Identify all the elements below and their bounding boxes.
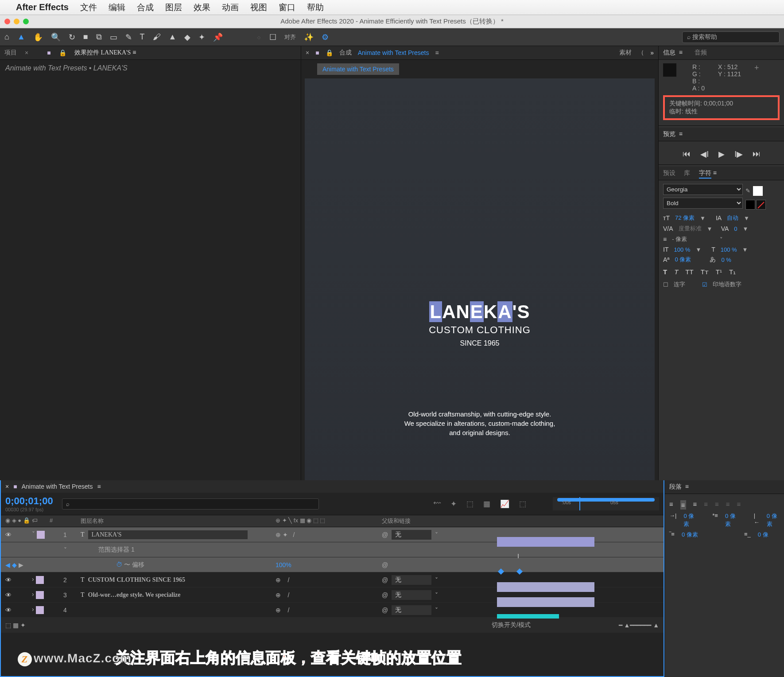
indent-right[interactable]: 0 像素 [767, 512, 780, 528]
pickwhip-icon[interactable]: @ [382, 591, 388, 599]
character-tab[interactable]: 字符 [699, 169, 711, 179]
layer-row-2[interactable]: 👁 › 2 TCUSTOM CLOTHING SINCE 1965 ⊕ / @无… [1, 572, 664, 588]
pickwhip-icon[interactable]: @ [382, 576, 388, 584]
kerning[interactable]: 度量标准 [679, 225, 702, 233]
roto-tool-icon[interactable]: ✦ [198, 32, 205, 42]
space-before[interactable]: 0 像素 [682, 531, 698, 539]
line-spacing[interactable]: - 像素 [672, 235, 687, 243]
next-kf-icon[interactable]: ▶ [19, 561, 23, 568]
stroke-swatch[interactable] [756, 200, 766, 210]
rectangle-tool-icon[interactable]: ▭ [110, 32, 117, 42]
visibility-icon[interactable]: 👁 [5, 607, 12, 614]
menu-help[interactable]: 帮助 [307, 2, 324, 13]
comp-name[interactable]: Animate with Text Presets [358, 49, 429, 56]
justify-right-icon[interactable]: ≡ [726, 500, 730, 510]
tracking[interactable]: 0 [734, 226, 737, 232]
layer-name[interactable]: CUSTOM CLOTHING SINCE 1965 [88, 576, 186, 583]
menu-composition[interactable]: 合成 [137, 2, 154, 13]
menu-animation[interactable]: 动画 [222, 2, 239, 13]
justify-left-icon[interactable]: ≡ [704, 500, 708, 510]
visibility-icon[interactable]: 👁 [5, 531, 12, 538]
play-icon[interactable]: ▶ [718, 149, 725, 159]
leading[interactable]: 自动 [727, 214, 738, 222]
orbit-tool-icon[interactable]: ↻ [69, 32, 75, 42]
presets-tab[interactable]: 预设 [663, 169, 675, 176]
range-selector[interactable]: 范围选择器 1 [81, 546, 276, 554]
more-icon[interactable]: » [650, 49, 654, 56]
brush-tool-icon[interactable]: 🖌 [153, 32, 161, 42]
axis-icon[interactable]: ⬦ [256, 32, 261, 42]
lock-icon[interactable]: 🔒 [326, 49, 333, 56]
superscript-icon[interactable]: T¹ [716, 268, 722, 276]
text-tool-icon[interactable]: T [140, 32, 145, 42]
align-right-icon[interactable]: ≡ [693, 500, 697, 510]
pickwhip-icon[interactable]: @ [382, 531, 388, 538]
close-icon[interactable]: × [5, 483, 9, 490]
close-tab-icon[interactable]: × [25, 49, 28, 56]
render-icon[interactable]: ⬚ ▦ ✦ [5, 622, 26, 629]
project-panel-tabs[interactable]: 项目 × ■ 🔒 效果控件 LANEKA'S ≡ [0, 46, 301, 60]
layer-color-icon[interactable] [37, 531, 45, 539]
comp-instance-tab[interactable]: Animate with Text Presets [317, 63, 399, 75]
layer-row-offset[interactable]: ◀ ◆ ▶ ⏱ 〜 偏移 100% @ [1, 557, 664, 572]
baseline[interactable]: 0 像素 [675, 256, 691, 264]
effect-controls-tab[interactable]: 效果控件 [74, 49, 99, 56]
shy-icon[interactable]: ✦ [450, 499, 457, 509]
eyedropper-icon[interactable]: ✎ [745, 187, 750, 194]
indent-first[interactable]: 0 像素 [725, 512, 738, 528]
justify-center-icon[interactable]: ≡ [715, 500, 719, 510]
vscale[interactable]: 100 % [674, 246, 691, 253]
subscript-icon[interactable]: T₁ [729, 268, 736, 276]
graph-icon[interactable]: 📈 [500, 499, 509, 509]
wand-icon[interactable]: ✨ [304, 32, 314, 42]
prev-frame-icon[interactable]: ◀Ⅰ [700, 149, 709, 159]
eraser-tool-icon[interactable]: ◆ [184, 32, 190, 42]
prev-kf-icon[interactable]: ◀ [5, 561, 10, 568]
pen-tool-icon[interactable]: ✎ [125, 32, 132, 42]
first-frame-icon[interactable]: ⏮ [683, 149, 691, 159]
last-frame-icon[interactable]: ⏭ [753, 149, 761, 159]
smallcaps-icon[interactable]: Tᴛ [701, 268, 709, 276]
font-size[interactable]: 72 像素 [675, 214, 695, 222]
audio-tab[interactable]: 音频 [695, 49, 707, 56]
pan-behind-tool-icon[interactable]: ⧉ [96, 32, 102, 42]
paragraph-panel-header[interactable]: 段落 ≡ [665, 480, 784, 494]
tsume[interactable]: 0 % [721, 257, 731, 263]
puppet-tool-icon[interactable]: 📌 [213, 32, 223, 42]
offset-prop[interactable]: 偏移 [132, 561, 144, 568]
hindi-checkbox[interactable]: ☑ [702, 281, 707, 288]
preview-panel-header[interactable]: 预览 ≡ [659, 128, 784, 141]
space-after[interactable]: 0 像 [758, 531, 768, 539]
camera-tool-icon[interactable]: ■ [83, 32, 88, 42]
frame-blend-icon[interactable]: ⬚ [466, 499, 474, 509]
comp-flowchart-icon[interactable]: ⬳ [433, 499, 441, 509]
ligature-checkbox[interactable]: ☐ [663, 281, 668, 288]
app-name[interactable]: After Effects [16, 2, 69, 12]
zoom-out-icon[interactable]: ━ [619, 622, 622, 629]
fill-swatch[interactable] [753, 186, 763, 196]
char-panel-tabs[interactable]: 预设 库 字符 ≡ [659, 167, 784, 180]
layer-name[interactable]: Old-wor…edge style. We specialize [88, 591, 181, 598]
kf-diamond-icon[interactable]: ◆ [12, 561, 17, 568]
toggle-switches[interactable]: 切换开关/模式 [492, 621, 531, 629]
justify-all-icon[interactable]: ≡ [737, 500, 741, 510]
parent-select[interactable]: 无 [392, 530, 431, 540]
menu-view[interactable]: 视图 [250, 2, 267, 13]
clone-tool-icon[interactable]: ▲ [169, 32, 177, 42]
pickwhip-icon[interactable]: @ [382, 607, 388, 614]
hscale[interactable]: 100 % [721, 246, 737, 253]
indent-left[interactable]: 0 像素 [683, 512, 696, 528]
menu-file[interactable]: 文件 [80, 2, 97, 13]
visibility-icon[interactable]: 👁 [5, 576, 12, 584]
align-center-icon[interactable]: ≡ [680, 500, 686, 510]
close-icon[interactable]: × [306, 49, 309, 56]
draft3d-icon[interactable]: ⬚ [519, 499, 526, 509]
pickwhip-icon[interactable]: @ [382, 561, 388, 568]
visibility-icon[interactable]: 👁 [5, 591, 12, 599]
hand-tool-icon[interactable]: ✋ [33, 32, 43, 42]
playhead[interactable] [579, 497, 580, 510]
offset-value[interactable]: 100% [276, 561, 291, 568]
layer-row-1[interactable]: 👁 ˅ 1 TLANEKA'S ⊕ ✦ / @无 ˅ [1, 527, 664, 542]
snap-label[interactable]: 对齐 [284, 33, 296, 41]
italic-icon[interactable]: T [674, 268, 678, 276]
